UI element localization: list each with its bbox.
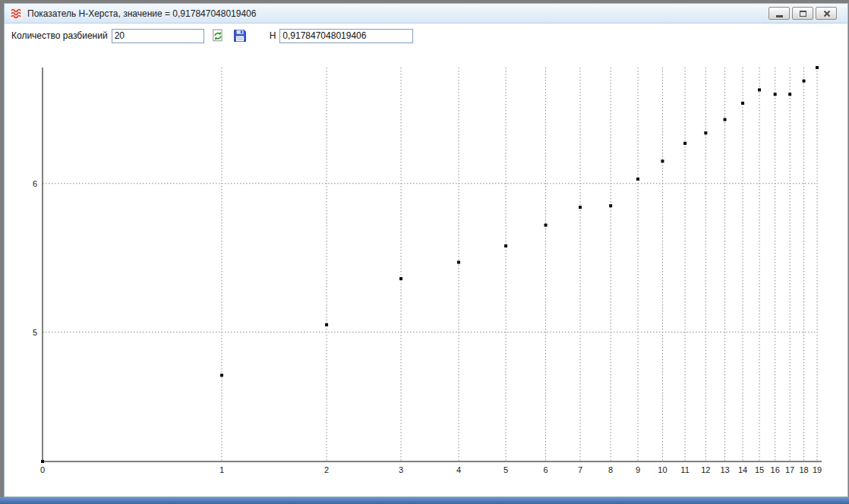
data-point <box>399 277 402 280</box>
data-point <box>544 224 548 227</box>
svg-text:15: 15 <box>755 465 764 474</box>
h-input[interactable] <box>279 29 413 43</box>
svg-text:11: 11 <box>680 465 689 474</box>
taskbar-strip <box>0 497 849 504</box>
svg-text:10: 10 <box>658 465 667 474</box>
app-icon <box>11 8 23 20</box>
svg-text:2: 2 <box>324 465 329 474</box>
minimize-icon <box>776 15 783 17</box>
svg-text:18: 18 <box>799 465 808 474</box>
hurst-scatter-chart: 01234567891011121314151617181956 <box>5 48 847 496</box>
data-point <box>741 102 744 105</box>
svg-text:16: 16 <box>771 465 780 474</box>
window-title: Показатель Н-Херста, значение = 0,917847… <box>27 8 769 19</box>
save-button[interactable] <box>232 27 248 44</box>
svg-text:12: 12 <box>701 465 710 474</box>
data-point <box>41 460 44 463</box>
data-point <box>788 93 791 96</box>
data-point <box>724 118 727 121</box>
data-point <box>774 93 777 96</box>
partitions-input[interactable] <box>112 29 204 43</box>
svg-text:5: 5 <box>503 465 508 474</box>
svg-text:3: 3 <box>399 465 403 474</box>
data-point <box>504 244 507 247</box>
svg-text:5: 5 <box>33 328 37 337</box>
toolbar: Количество разбиений H <box>5 24 847 48</box>
data-point <box>457 261 460 264</box>
svg-text:0: 0 <box>40 465 45 474</box>
data-point <box>758 88 761 91</box>
svg-text:4: 4 <box>456 465 461 474</box>
maximize-icon <box>800 11 806 17</box>
app-window: Показатель Н-Херста, значение = 0,917847… <box>4 3 848 497</box>
data-point <box>325 323 328 326</box>
svg-text:13: 13 <box>720 465 729 474</box>
refresh-chart-icon <box>211 29 225 43</box>
svg-text:1: 1 <box>219 465 224 474</box>
svg-text:6: 6 <box>33 179 37 188</box>
recalculate-button[interactable] <box>210 27 226 44</box>
svg-text:6: 6 <box>543 465 548 474</box>
svg-text:9: 9 <box>636 465 640 474</box>
data-point <box>803 80 806 83</box>
chart-area: 01234567891011121314151617181956 <box>5 48 847 496</box>
svg-text:17: 17 <box>785 465 794 474</box>
data-point <box>704 131 707 134</box>
window-controls <box>769 7 837 20</box>
data-point <box>579 206 582 209</box>
svg-text:19: 19 <box>813 465 822 474</box>
data-point <box>609 204 612 207</box>
svg-text:14: 14 <box>738 465 747 474</box>
data-point <box>220 373 223 376</box>
titlebar[interactable]: Показатель Н-Херста, значение = 0,917847… <box>5 4 847 24</box>
maximize-button[interactable] <box>792 7 813 20</box>
data-point <box>636 178 639 181</box>
save-icon <box>233 29 247 43</box>
partitions-label: Количество разбиений <box>11 30 108 41</box>
h-label: H <box>270 30 276 41</box>
data-point <box>683 142 686 145</box>
minimize-button[interactable] <box>769 7 790 20</box>
close-icon <box>823 10 830 17</box>
svg-text:8: 8 <box>608 465 613 474</box>
svg-text:7: 7 <box>578 465 582 474</box>
data-point <box>816 66 819 69</box>
close-button[interactable] <box>816 7 837 20</box>
data-point <box>661 159 664 162</box>
